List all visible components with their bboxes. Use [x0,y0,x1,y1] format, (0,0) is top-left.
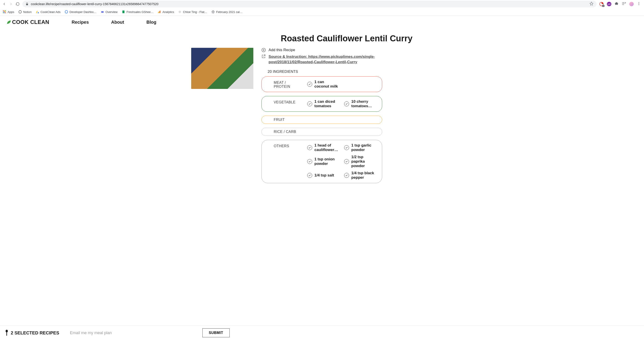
nav-recipes[interactable]: Recipes [72,20,89,25]
svg-rect-12 [5,12,6,13]
check-circle-icon [307,101,312,106]
svg-rect-10 [3,12,4,13]
url-text: cookclean.life/recipe/roasted-cauliflowe… [31,2,587,6]
apps-grid-icon [3,10,6,14]
analytics-icon [158,10,161,14]
bookmark-apps[interactable]: Apps [3,10,14,14]
check-circle-icon [307,145,312,150]
ingredient-item[interactable]: 1 head of cauliflower… [307,143,340,152]
svg-rect-7 [3,11,4,12]
category-label: VEGETABLE [274,99,303,104]
check-circle-icon [344,101,349,106]
reload-button[interactable] [16,2,20,6]
ingredient-item[interactable]: 1 tsp garlic powder [344,143,376,152]
browser-chrome: cookclean.life/recipe/roasted-cauliflowe… [0,0,644,16]
external-link-icon [262,54,266,58]
ingredients-header: 20 INGREDIENTS [268,70,382,74]
recipe-title: Roasted Cauliflower Lentil Curry [240,34,453,43]
bookmark-freshsales[interactable]: Freshsales GShee… [122,10,154,14]
svg-rect-5 [4,10,5,11]
check-circle-icon [307,159,312,164]
extension-icon[interactable]: ojA [607,2,611,6]
category-others: OTHERS 1 head of cauliflower… 1 tsp garl… [262,140,382,183]
svg-rect-11 [4,12,5,13]
svg-rect-4 [3,10,4,11]
ingredient-item[interactable]: 1/4 tsp salt [307,171,340,180]
bookmark-analytics[interactable]: Analytics [158,10,174,14]
plus-circle-icon [262,48,266,52]
leaf-icon [6,20,11,24]
site-header: COOK CLEAN Recipes About Blog [0,16,644,28]
bookmark-developer-dashboard[interactable]: Developer Dashbo… [64,10,96,14]
extension-icon[interactable]: 1 [599,2,604,6]
bookmark-february-cal[interactable]: February 2021 cal… [211,10,242,14]
google-sheets-icon [122,10,125,14]
address-bar[interactable]: cookclean.life/recipe/roasted-cauliflowe… [22,1,596,7]
extensions-puzzle-icon[interactable] [614,1,618,6]
profile-avatar[interactable] [629,2,634,6]
svg-rect-19 [159,11,160,13]
add-recipe-label: Add this Recipe [268,48,295,52]
ingredient-item[interactable]: 1 can coconut milk [307,80,340,89]
svg-point-3 [639,4,639,5]
category-label: FRUIT [274,118,303,122]
ingredient-item[interactable]: 10 cherry tomatoes… [344,99,376,108]
category-fruit: FRUIT [262,116,382,124]
add-recipe-button[interactable]: Add this Recipe [262,48,382,52]
ingredient-item[interactable]: 1/2 tsp paprika powder [344,155,376,168]
source-link[interactable]: Source & Instruction: https://www.pickup… [262,54,382,65]
favicon-icon [178,10,182,14]
bookmark-cookclean-ads[interactable]: CookClean Ads [36,10,60,14]
ingredient-item[interactable]: 1 can diced tomatoes [307,99,340,108]
chrome-extension-tray: 1 ojA [599,1,642,7]
stripe-icon [100,10,104,14]
svg-rect-17 [122,10,124,13]
recipe-image [191,48,253,89]
site-logo[interactable]: COOK CLEAN [6,19,49,25]
category-label: MEAT / PROTEIN [274,80,303,89]
category-rice-carb: RICE / CARB [262,128,382,136]
nav-about[interactable]: About [111,20,124,25]
svg-point-13 [19,10,22,13]
check-circle-icon [307,82,312,87]
back-button[interactable] [2,2,6,6]
check-circle-icon [307,173,312,178]
bookmarks-bar: Apps Notion CookClean Ads Developer Dash… [0,8,644,16]
chrome-menu-icon[interactable] [637,1,641,6]
bookmark-chloe-ting[interactable]: Chloe Ting - Flat… [178,10,207,14]
svg-rect-16 [101,11,104,13]
check-circle-icon [344,159,349,164]
recipe-page: Roasted Cauliflower Lentil Curry Add thi… [187,28,457,214]
google-g-icon [64,10,68,14]
ingredient-item[interactable]: 1 tsp onion powder [307,155,340,168]
browser-nav-row: cookclean.life/recipe/roasted-cauliflowe… [0,0,644,8]
svg-point-2 [639,3,639,4]
svg-point-21 [179,11,181,13]
nav-blog[interactable]: Blog [146,20,156,25]
lock-icon [26,2,28,5]
check-circle-icon [344,173,349,178]
bookmark-overview[interactable]: Overview [100,10,118,14]
bookmark-notion[interactable]: Notion [18,10,32,14]
source-link-text: Source & Instruction: https://www.pickup… [268,54,382,65]
ingredient-item[interactable]: 1/4 tsp black pepper [344,171,376,180]
category-vegetable: VEGETABLE 1 can diced tomatoes 10 cherry… [262,96,382,112]
svg-rect-6 [5,10,6,11]
check-circle-icon [344,145,349,150]
forward-button[interactable] [9,2,13,6]
bookmark-star-icon[interactable] [590,1,594,6]
category-label: OTHERS [274,143,303,148]
category-meat-protein: MEAT / PROTEIN 1 can coconut milk [262,76,382,92]
svg-point-15 [65,10,68,13]
google-ads-icon [36,10,39,14]
svg-point-1 [639,2,639,3]
globe-icon [211,10,215,14]
site-nav: Recipes About Blog [72,20,156,25]
reading-list-icon[interactable] [622,1,626,7]
notion-icon [18,10,22,14]
svg-rect-9 [5,11,6,12]
svg-rect-18 [158,12,159,13]
svg-rect-20 [160,11,160,13]
svg-rect-8 [4,11,5,12]
category-label: RICE / CARB [274,130,303,134]
